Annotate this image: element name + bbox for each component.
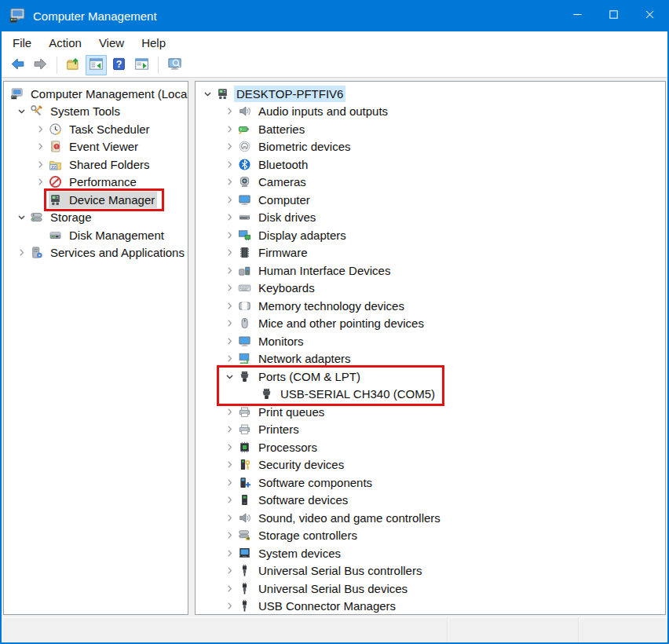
tree-item-keyboards[interactable]: Keyboards (196, 280, 665, 298)
tree-item-computer[interactable]: Computer (196, 191, 665, 209)
tree-item-usb-serial-ch340-com5[interactable]: USB-SERIAL CH340 (COM5) (196, 386, 665, 404)
chevron-down-icon[interactable] (13, 104, 30, 118)
chevron-right-icon[interactable] (221, 529, 238, 542)
tree-item-universal-serial-bus-devices[interactable]: Universal Serial Bus devices (196, 580, 665, 598)
chevron-right-icon[interactable] (221, 229, 238, 242)
tree-item-human-interface-devices[interactable]: Human Interface Devices (196, 262, 665, 280)
chevron-right-icon[interactable] (221, 264, 238, 277)
show-console-tree-button[interactable] (86, 55, 107, 75)
menu-action[interactable]: Action (40, 34, 90, 52)
tree-item-memory-technology-devices[interactable]: Memory technology devices (196, 297, 665, 315)
chevron-right-icon[interactable] (221, 458, 238, 471)
tree-item-performance[interactable]: Performance (4, 174, 188, 192)
tree-item-monitors[interactable]: Monitors (196, 332, 665, 350)
chevron-right-icon[interactable] (221, 511, 238, 525)
chevron-right-icon[interactable] (221, 317, 238, 330)
chevron-right-icon[interactable] (221, 582, 238, 595)
chevron-right-icon[interactable] (221, 564, 238, 577)
chevron-right-icon[interactable] (221, 547, 238, 560)
chevron-right-icon[interactable] (221, 193, 238, 207)
chevron-right-icon[interactable] (221, 299, 238, 313)
chevron-right-icon[interactable] (221, 423, 238, 436)
memory-card-icon (238, 298, 256, 313)
tree-item-system-tools[interactable]: System Tools (4, 103, 188, 121)
chevron-right-icon[interactable] (221, 405, 238, 419)
tree-item-disk-drives[interactable]: Disk drives (196, 209, 665, 227)
tree-item-desktop-pftfiv6[interactable]: DESKTOP-PFTFIV6 (196, 85, 665, 103)
tree-item-processors[interactable]: Processors (196, 438, 665, 456)
menu-help[interactable]: Help (133, 34, 174, 52)
show-action-pane-button[interactable] (131, 55, 152, 75)
tree-item-storage-controllers[interactable]: Storage controllers (196, 527, 665, 545)
tree-item-device-manager[interactable]: Device Manager (4, 191, 188, 209)
menu-file[interactable]: File (4, 34, 40, 52)
tree-item-usb-connector-managers[interactable]: USB Connector Managers (196, 598, 665, 616)
tree-item-storage[interactable]: Storage (4, 209, 188, 227)
tree-item-bluetooth[interactable]: Bluetooth (196, 156, 665, 174)
tree-item-universal-serial-bus-controllers[interactable]: Universal Serial Bus controllers (196, 562, 665, 580)
chevron-right-icon[interactable] (221, 476, 238, 489)
chevron-right-icon[interactable] (13, 246, 30, 259)
help-button[interactable]: ? (108, 55, 130, 75)
printer-icon (238, 404, 256, 419)
title-bar: Computer Management (2, 0, 667, 31)
back-arrow-icon (10, 57, 25, 75)
chevron-down-icon[interactable] (13, 210, 30, 224)
chevron-right-icon[interactable] (32, 123, 49, 136)
tree-item-network-adapters[interactable]: Network adapters (196, 350, 665, 368)
tree-item-disk-management[interactable]: Disk Management (4, 226, 188, 244)
tree-item-event-viewer[interactable]: Event Viewer (4, 138, 188, 156)
tree-item-batteries[interactable]: Batteries (196, 120, 665, 138)
chevron-right-icon[interactable] (221, 335, 238, 348)
usb-plug-icon (238, 564, 256, 578)
tree-item-firmware[interactable]: Firmware (196, 244, 665, 262)
chevron-right-icon[interactable] (32, 175, 49, 188)
tree-item-services-and-applications[interactable]: Services and Applications (4, 244, 188, 262)
tree-item-print-queues[interactable]: Print queues (196, 403, 665, 421)
chevron-right-icon[interactable] (221, 493, 238, 507)
minimize-button[interactable] (559, 0, 595, 31)
tree-item-printers[interactable]: Printers (196, 421, 665, 439)
tree-item-sound-video-and-game-controllers[interactable]: Sound, video and game controllers (196, 509, 665, 527)
chevron-right-icon[interactable] (221, 599, 238, 613)
tree-item-software-devices[interactable]: Software devices (196, 492, 665, 510)
chevron-right-icon[interactable] (221, 281, 238, 295)
chevron-right-icon[interactable] (32, 140, 49, 153)
export-button[interactable] (63, 55, 84, 75)
tree-item-display-adapters[interactable]: Display adapters (196, 226, 665, 244)
chevron-right-icon[interactable] (221, 352, 238, 365)
tree-item-cameras[interactable]: Cameras (196, 174, 665, 192)
tree-item-system-devices[interactable]: System devices (196, 544, 665, 562)
status-bar (2, 617, 667, 642)
chevron-right-icon[interactable] (221, 104, 238, 118)
maximize-button[interactable] (595, 0, 631, 31)
tree-item-security-devices[interactable]: Security devices (196, 456, 665, 474)
svg-text:?: ? (116, 59, 122, 70)
tree-item-shared-folders[interactable]: 22Shared Folders (4, 156, 188, 174)
console-search-button[interactable] (164, 55, 185, 75)
tree-item-software-components[interactable]: Software components (196, 474, 665, 492)
chevron-right-icon[interactable] (221, 175, 238, 188)
tree-item-audio-inputs-and-outputs[interactable]: Audio inputs and outputs (196, 103, 665, 121)
tree-item-biometric-devices[interactable]: Biometric devices (196, 138, 665, 156)
expander-spacer (32, 229, 49, 242)
tree-item-task-scheduler[interactable]: Task Scheduler (4, 120, 188, 138)
chevron-right-icon[interactable] (221, 140, 238, 153)
chevron-right-icon[interactable] (32, 158, 49, 171)
device-manager-icon (216, 86, 234, 101)
forward-button[interactable] (30, 55, 51, 75)
chevron-down-icon[interactable] (199, 87, 216, 101)
chevron-right-icon[interactable] (221, 441, 238, 454)
tree-item-label: Processors (256, 439, 320, 456)
tree-item-computer-management-local[interactable]: Computer Management (Local) (4, 85, 188, 103)
tree-item-mice-and-other-pointing-devices[interactable]: Mice and other pointing devices (196, 315, 665, 333)
menu-view[interactable]: View (90, 34, 133, 52)
close-button[interactable] (631, 0, 667, 31)
chevron-right-icon[interactable] (221, 123, 238, 136)
chevron-right-icon[interactable] (221, 246, 238, 259)
chevron-down-icon[interactable] (221, 370, 238, 383)
chevron-right-icon[interactable] (221, 158, 238, 171)
back-button[interactable] (7, 55, 28, 75)
chevron-right-icon[interactable] (221, 210, 238, 224)
tree-item-ports-com-lpt[interactable]: Ports (COM & LPT) (196, 368, 665, 386)
